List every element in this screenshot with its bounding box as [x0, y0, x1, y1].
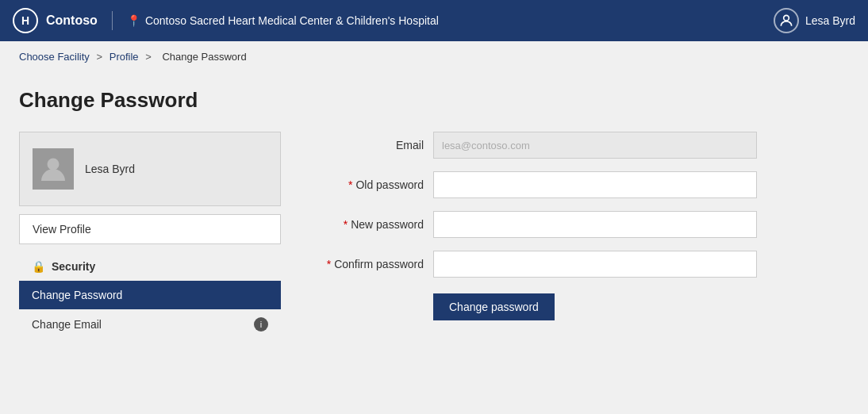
main-content: Change Password Lesa Byrd View Profile 🔒… [0, 72, 868, 413]
sidebar: Lesa Byrd View Profile 🔒 Security Change… [19, 132, 281, 343]
breadcrumb-current: Change Password [162, 51, 246, 63]
user-card: Lesa Byrd [19, 132, 281, 206]
header-divider [112, 11, 113, 30]
change-password-button[interactable]: Change password [433, 293, 555, 320]
change-password-sidebar-item[interactable]: Change Password [19, 281, 281, 309]
app-name: Contoso [46, 13, 98, 28]
confirm-password-label: *Confirm password [313, 258, 424, 270]
confirm-password-input[interactable] [433, 251, 757, 278]
security-section: 🔒 Security Change Password Change Email … [19, 252, 281, 339]
app-header: H Contoso 📍 Contoso Sacred Heart Medical… [0, 0, 868, 41]
svg-point-1 [48, 159, 60, 171]
location-pin-icon: 📍 [127, 14, 140, 27]
new-password-input[interactable] [433, 211, 757, 238]
breadcrumb-choose-facility[interactable]: Choose Facility [19, 51, 90, 63]
user-avatar-icon[interactable] [774, 8, 799, 33]
change-email-info-icon[interactable]: i [254, 317, 268, 332]
change-email-sidebar-item[interactable]: Change Email i [19, 309, 281, 339]
svg-point-0 [784, 15, 789, 21]
old-password-input[interactable] [433, 171, 757, 198]
confirm-password-row: *Confirm password [313, 251, 757, 278]
view-profile-button[interactable]: View Profile [19, 214, 281, 244]
form-section: Email *Old password *New password *Confi… [313, 132, 757, 320]
header-left: H Contoso 📍 Contoso Sacred Heart Medical… [13, 8, 439, 33]
breadcrumb: Choose Facility > Profile > Change Passw… [0, 41, 868, 72]
new-password-row: *New password [313, 211, 757, 238]
content-layout: Lesa Byrd View Profile 🔒 Security Change… [19, 132, 849, 343]
email-label: Email [313, 139, 424, 151]
header-right: Lesa Byrd [774, 8, 855, 33]
lock-icon: 🔒 [32, 260, 45, 273]
old-password-label: *Old password [313, 178, 424, 191]
new-password-label: *New password [313, 218, 424, 231]
security-label: 🔒 Security [19, 252, 281, 281]
sidebar-user-avatar [33, 148, 74, 190]
email-row: Email [313, 132, 757, 159]
old-password-row: *Old password [313, 171, 757, 198]
page-title: Change Password [19, 88, 849, 113]
sidebar-user-name: Lesa Byrd [85, 163, 135, 175]
header-user-name: Lesa Byrd [805, 14, 855, 27]
email-input [433, 132, 757, 159]
breadcrumb-profile[interactable]: Profile [109, 51, 139, 63]
app-logo: H [13, 8, 38, 33]
facility-name: 📍 Contoso Sacred Heart Medical Center & … [127, 14, 439, 27]
